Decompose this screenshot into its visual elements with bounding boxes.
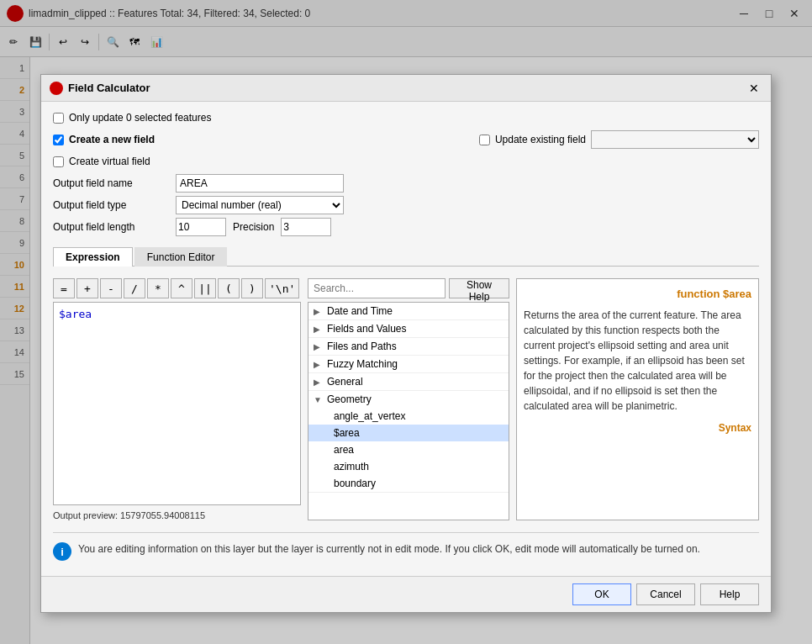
- modal-overlay: Field Calculator ✕ Only update 0 selecte…: [0, 0, 812, 644]
- function-browser-panel: Show Help ▶ Date and Time: [308, 278, 509, 520]
- tree-group-general: ▶ General: [308, 373, 509, 391]
- op-concat[interactable]: ||: [194, 278, 216, 298]
- update-existing-label: Update existing field: [495, 134, 586, 145]
- tree-group-datetime-label: Date and Time: [327, 305, 393, 317]
- tree-item-angle-at-vertex[interactable]: angle_at_vertex: [308, 408, 509, 425]
- tree-group-fields-header[interactable]: ▶ Fields and Values: [308, 320, 509, 337]
- dialog-body: Only update 0 selected features Create a…: [41, 102, 771, 576]
- expression-panel: = + - / * ^ || ( ) '\n' $area Output pre…: [53, 278, 301, 520]
- tree-group-fuzzy-label: Fuzzy Matching: [327, 358, 398, 370]
- tree-group-datetime-header[interactable]: ▶ Date and Time: [308, 303, 509, 319]
- info-bar: i You are editing information on this la…: [53, 532, 759, 566]
- tree-group-general-header[interactable]: ▶ General: [308, 373, 509, 390]
- field-name-input[interactable]: [176, 174, 344, 193]
- tree-group-fields-label: Fields and Values: [327, 323, 407, 335]
- tree-group-fuzzy: ▶ Fuzzy Matching: [308, 356, 509, 373]
- output-preview-label: Output preview:: [53, 510, 118, 520]
- arrow-general: ▶: [314, 377, 324, 387]
- update-existing-select[interactable]: [591, 130, 759, 149]
- only-update-checkbox[interactable]: [53, 113, 64, 124]
- help-content: Returns the area of the current feature.…: [524, 308, 751, 414]
- create-virtual-row: Create virtual field: [53, 156, 759, 167]
- tree-group-geometry-label: Geometry: [327, 393, 372, 405]
- op-open-paren[interactable]: (: [218, 278, 240, 298]
- tree-item-boundary[interactable]: boundary: [308, 475, 509, 492]
- tree-item-area[interactable]: area: [308, 441, 509, 458]
- field-length-input[interactable]: [176, 218, 226, 236]
- tree-group-files-header[interactable]: ▶ Files and Paths: [308, 338, 509, 355]
- arrow-files: ▶: [314, 342, 324, 351]
- tree-group-geometry-header[interactable]: ▼ Geometry: [308, 391, 509, 408]
- form-fields: Output field name Output field type Deci…: [53, 174, 406, 236]
- search-row: Show Help: [308, 278, 509, 298]
- tree-item-azimuth[interactable]: azimuth: [308, 458, 509, 475]
- tab-function-editor[interactable]: Function Editor: [134, 247, 228, 267]
- info-text: You are editing information on this laye…: [78, 541, 759, 557]
- search-input[interactable]: [308, 278, 446, 298]
- only-update-label: Only update 0 selected features: [69, 112, 211, 124]
- tab-expression[interactable]: Expression: [53, 247, 133, 267]
- expression-textarea[interactable]: $area: [53, 302, 301, 505]
- create-new-group: Create a new field: [53, 134, 155, 145]
- tree-group-files-label: Files and Paths: [327, 340, 397, 352]
- tab-bar: Expression Function Editor: [53, 246, 759, 267]
- precision-label: Precision: [233, 221, 274, 233]
- only-update-row: Only update 0 selected features: [53, 112, 759, 124]
- field-calculator-dialog: Field Calculator ✕ Only update 0 selecte…: [40, 74, 772, 613]
- function-tree: ▶ Date and Time ▶ Fields and Values: [308, 302, 509, 520]
- ok-button[interactable]: OK: [572, 583, 631, 605]
- precision-input[interactable]: [281, 218, 331, 236]
- tree-group-files: ▶ Files and Paths: [308, 338, 509, 356]
- update-existing-group: Update existing field: [479, 130, 759, 149]
- arrow-fields: ▶: [314, 325, 324, 334]
- help-syntax: Syntax: [524, 420, 751, 435]
- tree-group-fuzzy-header[interactable]: ▶ Fuzzy Matching: [308, 356, 509, 372]
- output-preview-value: 15797055.94008115: [120, 510, 205, 520]
- arrow-datetime: ▶: [314, 307, 324, 316]
- help-panel: function $area Returns the area of the c…: [516, 278, 759, 520]
- tree-group-general-label: General: [327, 376, 363, 388]
- tree-group-fields: ▶ Fields and Values: [308, 320, 509, 338]
- create-virtual-checkbox[interactable]: [53, 156, 64, 167]
- field-options-row: Create a new field Update existing field: [53, 130, 759, 149]
- dialog-close-button[interactable]: ✕: [746, 80, 762, 97]
- op-close-paren[interactable]: ): [241, 278, 263, 298]
- create-virtual-label: Create virtual field: [69, 156, 150, 167]
- update-existing-checkbox[interactable]: [479, 135, 490, 145]
- cancel-button[interactable]: Cancel: [636, 583, 695, 605]
- dialog-logo: [50, 82, 63, 95]
- tree-group-geometry: ▼ Geometry angle_at_vertex $area area az…: [308, 391, 509, 493]
- arrow-fuzzy: ▶: [314, 360, 324, 369]
- op-divide[interactable]: /: [124, 278, 145, 298]
- op-minus[interactable]: -: [100, 278, 122, 298]
- output-preview: Output preview: 15797055.94008115: [53, 510, 301, 520]
- show-help-button[interactable]: Show Help: [449, 278, 509, 298]
- dialog-titlebar: Field Calculator ✕: [41, 75, 771, 102]
- info-icon: i: [53, 542, 71, 561]
- field-name-label: Output field name: [53, 177, 171, 189]
- dialog-title: Field Calculator: [68, 82, 741, 94]
- expression-toolbar: = + - / * ^ || ( ) '\n': [53, 278, 301, 298]
- op-power[interactable]: ^: [171, 278, 192, 298]
- help-title: function $area: [524, 286, 751, 303]
- field-length-row: Precision: [176, 218, 406, 236]
- tree-group-datetime: ▶ Date and Time: [308, 303, 509, 320]
- create-new-checkbox[interactable]: [53, 135, 64, 145]
- op-plus[interactable]: +: [76, 278, 98, 298]
- op-newline[interactable]: '\n': [265, 278, 299, 298]
- field-type-label: Output field type: [53, 199, 171, 211]
- tree-item-dollar-area[interactable]: $area: [308, 425, 509, 441]
- op-multiply[interactable]: *: [147, 278, 169, 298]
- create-new-label: Create a new field: [69, 134, 155, 145]
- arrow-geometry: ▼: [314, 395, 324, 404]
- field-type-select[interactable]: Decimal number (real): [176, 196, 344, 214]
- content-panels: = + - / * ^ || ( ) '\n' $area Output pre…: [53, 278, 759, 520]
- dialog-buttons: OK Cancel Help: [41, 576, 771, 612]
- field-length-label: Output field length: [53, 221, 171, 233]
- help-button[interactable]: Help: [700, 583, 759, 605]
- op-equals[interactable]: =: [53, 278, 75, 298]
